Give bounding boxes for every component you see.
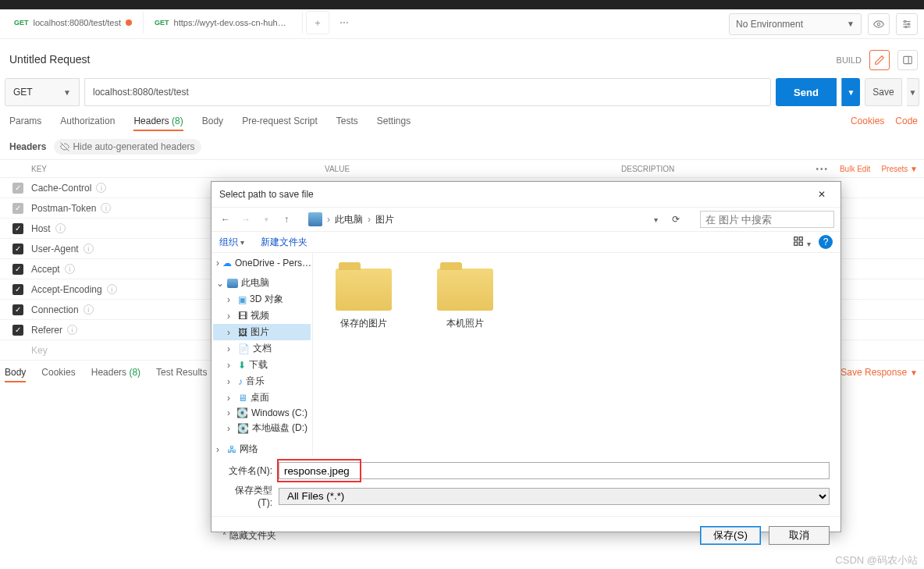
- tree-network[interactable]: ›🖧网络: [213, 441, 311, 456]
- eye-icon[interactable]: [868, 13, 890, 35]
- build-label[interactable]: BUILD: [837, 55, 862, 65]
- organize-link[interactable]: 组织: [219, 236, 238, 247]
- request-subtabs: Params Authorization Headers (8) Body Pr…: [9, 116, 410, 126]
- svg-point-5: [908, 23, 909, 24]
- send-button[interactable]: Send: [776, 78, 837, 106]
- tree-desktop[interactable]: ›🖥桌面: [213, 389, 311, 406]
- comments-icon[interactable]: [869, 50, 890, 70]
- tab-body[interactable]: Body: [202, 116, 223, 126]
- tab-authorization[interactable]: Authorization: [60, 116, 115, 126]
- tree-label: 3D 对象: [250, 293, 283, 306]
- tab-tests[interactable]: Tests: [336, 116, 358, 126]
- fwd-arrow-icon[interactable]: →: [238, 214, 254, 225]
- response-body-tab[interactable]: Body: [5, 367, 26, 378]
- cookies-code-links: Cookies Code: [851, 116, 918, 126]
- tab-params[interactable]: Params: [9, 116, 41, 126]
- tree-3dobjects[interactable]: ›▣3D 对象: [213, 291, 311, 308]
- folder-label: 保存的图片: [329, 317, 399, 330]
- svg-rect-7: [904, 56, 912, 63]
- header-key: Connection: [31, 304, 79, 315]
- organize-caret-icon[interactable]: ▾: [240, 238, 244, 247]
- tree-local-d[interactable]: ›💽本地磁盘 (D:): [213, 420, 311, 436]
- save-button[interactable]: Save: [865, 78, 902, 106]
- tab-headers[interactable]: Headers (8): [133, 116, 183, 126]
- refresh-icon[interactable]: ⟳: [672, 214, 680, 225]
- tab-more-button[interactable]: ⋯: [332, 11, 356, 34]
- folder-content[interactable]: 保存的图片 本机照片: [313, 253, 840, 456]
- settings-icon[interactable]: [896, 13, 918, 35]
- tree-onedrive[interactable]: ›☁OneDrive - Pers…: [213, 256, 311, 270]
- hide-autogen-chip[interactable]: Hide auto-generated headers: [54, 139, 201, 155]
- info-icon[interactable]: i: [55, 223, 66, 233]
- cookies-link[interactable]: Cookies: [851, 116, 884, 126]
- col-more-icon[interactable]: •••: [816, 165, 829, 173]
- history-caret-icon[interactable]: ▾: [258, 215, 274, 223]
- breadcrumb-drop-icon[interactable]: ▾: [654, 215, 658, 224]
- send-caret-button[interactable]: ▼: [841, 78, 860, 106]
- title-right-controls: BUILD: [837, 50, 918, 70]
- tab-active[interactable]: GET localhost:8080/test/test: [3, 12, 144, 34]
- tree-label: 下载: [249, 358, 268, 372]
- response-cookies-tab[interactable]: Cookies: [41, 367, 75, 378]
- folder-camera-roll[interactable]: 本机照片: [430, 268, 500, 330]
- dialog-save-button[interactable]: 保存(S): [700, 526, 761, 545]
- tree-music[interactable]: ›♪音乐: [213, 373, 311, 389]
- info-icon[interactable]: i: [101, 203, 111, 213]
- back-arrow-icon[interactable]: ←: [218, 214, 233, 225]
- code-link[interactable]: Code: [895, 116, 918, 126]
- tree-downloads[interactable]: ›⬇下载: [213, 357, 311, 373]
- add-tab-button[interactable]: ＋: [306, 11, 329, 34]
- environment-select[interactable]: No Environment ▼: [729, 13, 862, 35]
- response-headers-tab[interactable]: Headers (8): [91, 367, 140, 378]
- checkbox-icon[interactable]: ✓: [12, 304, 23, 315]
- dialog-cancel-button[interactable]: 取消: [769, 526, 830, 545]
- folder-saved-pictures[interactable]: 保存的图片: [329, 268, 399, 330]
- view-icon[interactable]: ▾: [792, 236, 811, 249]
- info-icon[interactable]: i: [65, 264, 75, 274]
- tree-windows-c[interactable]: ›💽Windows (C:): [213, 406, 311, 420]
- tree-label: 此电脑: [241, 276, 269, 290]
- response-testresults-tab[interactable]: Test Results: [156, 367, 207, 378]
- filetype-select[interactable]: All Files (*.*): [279, 488, 830, 505]
- hide-folders-link[interactable]: ˄ 隐藏文件夹: [222, 529, 276, 542]
- checkbox-icon[interactable]: ✓: [12, 203, 23, 214]
- checkbox-icon[interactable]: ✓: [12, 284, 23, 295]
- checkbox-icon[interactable]: ✓: [12, 244, 23, 254]
- tree-pictures[interactable]: ›🖼图片: [213, 324, 311, 340]
- tree-thispc[interactable]: ⌄此电脑: [213, 275, 311, 291]
- help-icon[interactable]: ?: [819, 235, 833, 249]
- checkbox-icon[interactable]: ✓: [12, 264, 23, 275]
- bulk-edit-link[interactable]: Bulk Edit: [840, 165, 870, 173]
- info-icon[interactable]: i: [84, 244, 94, 254]
- dialog-nav: ← → ▾ ↑ › 此电脑 › 图片 ▾ ⟳: [211, 207, 840, 232]
- info-icon[interactable]: i: [107, 284, 117, 294]
- save-response-link[interactable]: Save Response ▼: [840, 367, 918, 378]
- tab-settings[interactable]: Settings: [377, 116, 410, 126]
- info-icon[interactable]: i: [84, 304, 94, 315]
- filename-input[interactable]: [279, 462, 830, 479]
- presets-link[interactable]: Presets ▼: [881, 165, 918, 173]
- panel-icon[interactable]: [897, 50, 918, 70]
- checkbox-icon[interactable]: ✓: [12, 183, 23, 194]
- checkbox-icon[interactable]: ✓: [12, 325, 23, 336]
- header-key: User-Agent: [31, 244, 79, 254]
- breadcrumb-pictures[interactable]: 图片: [375, 213, 394, 226]
- save-caret-button[interactable]: ▼: [907, 78, 919, 106]
- tree-videos[interactable]: ›🎞视频: [213, 308, 311, 324]
- checkbox-icon[interactable]: ✓: [12, 223, 23, 234]
- request-title: Untitled Request: [9, 53, 91, 66]
- url-bar: GET ▼ localhost:8080/test/test Send ▼ Sa…: [5, 78, 919, 106]
- url-input[interactable]: localhost:8080/test/test: [84, 78, 771, 106]
- close-icon[interactable]: ✕: [811, 187, 833, 202]
- info-icon[interactable]: i: [96, 183, 106, 193]
- breadcrumb-thispc[interactable]: 此电脑: [335, 213, 363, 226]
- http-method-select[interactable]: GET ▼: [5, 78, 80, 106]
- header-key: Postman-Token: [31, 203, 96, 214]
- newfolder-link[interactable]: 新建文件夹: [261, 236, 307, 247]
- up-arrow-icon[interactable]: ↑: [279, 214, 294, 225]
- tree-documents[interactable]: ›📄文档: [213, 340, 311, 357]
- tab-prerequest[interactable]: Pre-request Script: [242, 116, 318, 126]
- info-icon[interactable]: i: [67, 325, 77, 335]
- tab-secondary[interactable]: GET https://wyyt-dev.oss-cn-huheh…: [144, 12, 303, 34]
- search-input[interactable]: [700, 211, 834, 228]
